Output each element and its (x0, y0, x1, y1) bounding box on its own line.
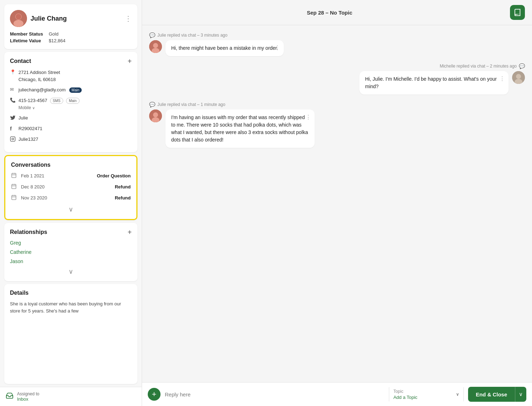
profile-header: Julie Chang ⋮ (10, 10, 132, 27)
profile-stats: Member Status Gold Lifetime Value $12,86… (10, 31, 132, 43)
contact-card: Contact + 📍 2721 Addison Street Chicago,… (4, 52, 137, 152)
msg-meta-text-2: Julie replied via chat – 1 minute ago (157, 102, 225, 107)
msg-bubble-row-0: Hi, there might have been a mistake in m… (149, 40, 525, 56)
book-icon-button[interactable] (510, 5, 525, 20)
conversations-header: Conversations (11, 162, 131, 168)
msg-bubble-row-2: I'm having an issues with my order that … (149, 109, 525, 148)
svg-rect-4 (10, 137, 15, 141)
twitter-icon (10, 115, 16, 122)
assigned-bar: Assigned to Inbox (0, 387, 142, 406)
conv-row-2[interactable]: Nov 23 2020 Refund (11, 194, 131, 201)
address-line1: 2721 Addison Street (18, 70, 60, 75)
details-card: Details She is a loyal customer who has … (4, 284, 137, 384)
email-icon: ✉ (10, 87, 16, 92)
profile-header-left: Julie Chang (10, 10, 67, 27)
svg-point-5 (12, 138, 13, 140)
msg-avatar-2 (149, 109, 162, 122)
chat-header-title: Sep 28 – No Topic (307, 10, 352, 16)
conversations-expand-button[interactable]: ∨ (11, 205, 131, 213)
main-phone-badge: Main (66, 98, 80, 104)
facebook-item: f R29002471 (10, 125, 132, 132)
relationships-card: Relationships + Greg Catherine Jason ∨ (4, 223, 137, 281)
reply-input[interactable] (165, 391, 385, 397)
conv-date-2: Nov 23 2020 (21, 195, 111, 201)
location-icon: 📍 (10, 69, 16, 75)
end-close-button[interactable]: End & Close (468, 387, 515, 402)
assigned-label: Assigned to (17, 391, 39, 396)
msg-meta-text-0: Julie replied via chat – 3 minutes ago (157, 33, 227, 38)
phone-type-chevron[interactable]: ∨ (32, 105, 35, 111)
calendar-icon-0 (11, 172, 17, 179)
phone-type-row: Mobile ∨ (18, 105, 132, 111)
left-panel: Julie Chang ⋮ Member Status Gold Lifetim… (0, 0, 142, 406)
email-item: ✉ juliechang@gladly.com Main (10, 86, 132, 94)
avatar (10, 10, 27, 27)
details-header: Details (10, 290, 132, 296)
message-group-0: 💬 Julie replied via chat – 3 minutes ago… (149, 32, 525, 56)
chat-meta-icon-0: 💬 (149, 32, 155, 38)
svg-point-6 (14, 137, 14, 138)
conv-topic-2: Refund (115, 195, 131, 201)
msg-more-2[interactable]: ⋮ (305, 113, 311, 122)
conversations-card: Conversations Feb 1 2021 Order Question … (4, 155, 137, 220)
email-text[interactable]: juliechang@gladly.com Main (18, 86, 132, 94)
msg-text-2: I'm having an issues with my order that … (171, 114, 308, 143)
details-title: Details (10, 290, 28, 296)
msg-bubble-2: I'm having an issues with my order that … (165, 109, 315, 148)
email-badge: Main (69, 87, 82, 93)
instagram-icon (10, 136, 16, 143)
phone-item: 📞 415-123-4567 SMS Main Mobile ∨ (10, 97, 132, 111)
msg-more-0[interactable]: ⋮ (275, 44, 280, 52)
relationship-catherine[interactable]: Catherine (10, 249, 132, 255)
msg-meta-0: 💬 Julie replied via chat – 3 minutes ago (149, 32, 525, 38)
msg-meta-2: 💬 Julie replied via chat – 1 minute ago (149, 102, 525, 107)
relationships-title: Relationships (10, 229, 47, 235)
topic-label: Topic (393, 389, 450, 394)
msg-bubble-row-1: Hi, Julie. I'm Michelle. I'd be happy to… (149, 71, 525, 95)
address-line2: Chicago, IL 60618 (18, 77, 56, 82)
phone-type: Mobile (18, 105, 31, 111)
topic-section: Topic Add a Topic (393, 389, 450, 400)
message-group-1: Michelle replied via chat – 2 minutes ag… (149, 63, 525, 95)
sms-badge: SMS (50, 98, 64, 104)
msg-avatar-1 (512, 71, 525, 84)
add-attachment-button[interactable]: + (148, 388, 161, 401)
message-group-2: 💬 Julie replied via chat – 1 minute ago … (149, 102, 525, 148)
facebook-id: R29002471 (18, 125, 132, 132)
instagram-handle: Julie1327 (18, 136, 132, 143)
right-panel: Sep 28 – No Topic 💬 Julie replied via ch… (142, 0, 532, 406)
chat-body: 💬 Julie replied via chat – 3 minutes ago… (142, 25, 532, 382)
msg-text-0: Hi, there might have been a mistake in m… (171, 45, 278, 51)
topic-add-text: Add a Topic (393, 395, 418, 400)
phone-text: 415-123-4567 SMS Main Mobile ∨ (18, 97, 132, 111)
topic-add-button[interactable]: Add a Topic (393, 395, 450, 400)
relationship-greg[interactable]: Greg (10, 240, 132, 246)
relationships-header: Relationships + (10, 229, 132, 236)
svg-rect-7 (12, 173, 16, 177)
conv-row-1[interactable]: Dec 8 2020 Refund (11, 183, 131, 190)
member-status-label: Member Status (10, 31, 43, 37)
relationships-add-button[interactable]: + (127, 229, 132, 236)
conv-row-0[interactable]: Feb 1 2021 Order Question (11, 172, 131, 179)
svg-rect-15 (12, 195, 16, 199)
phone-icon: 📞 (10, 97, 16, 103)
contact-add-button[interactable]: + (127, 58, 132, 65)
topic-dropdown-button[interactable]: ∨ (456, 392, 459, 397)
divider-1 (389, 387, 389, 401)
chat-bottom-bar: + Topic Add a Topic ∨ End & Close ∨ (142, 382, 532, 406)
msg-more-1[interactable]: ⋮ (499, 75, 505, 83)
calendar-icon-1 (11, 183, 17, 190)
msg-bubble-1: Hi, Julie. I'm Michelle. I'd be happy to… (359, 71, 509, 95)
contact-header: Contact + (10, 58, 132, 65)
relationships-expand-button[interactable]: ∨ (10, 268, 132, 276)
phone-number: 415-123-4567 (18, 98, 47, 103)
msg-avatar-0 (149, 40, 162, 53)
profile-card: Julie Chang ⋮ Member Status Gold Lifetim… (4, 4, 137, 49)
assigned-value: Inbox (17, 396, 39, 402)
profile-more-button[interactable]: ⋮ (125, 14, 132, 23)
end-close-chevron-button[interactable]: ∨ (515, 387, 526, 402)
svg-point-26 (153, 112, 158, 117)
relationship-jason[interactable]: Jason (10, 258, 132, 264)
calendar-icon-2 (11, 194, 17, 201)
svg-point-2 (13, 20, 23, 27)
